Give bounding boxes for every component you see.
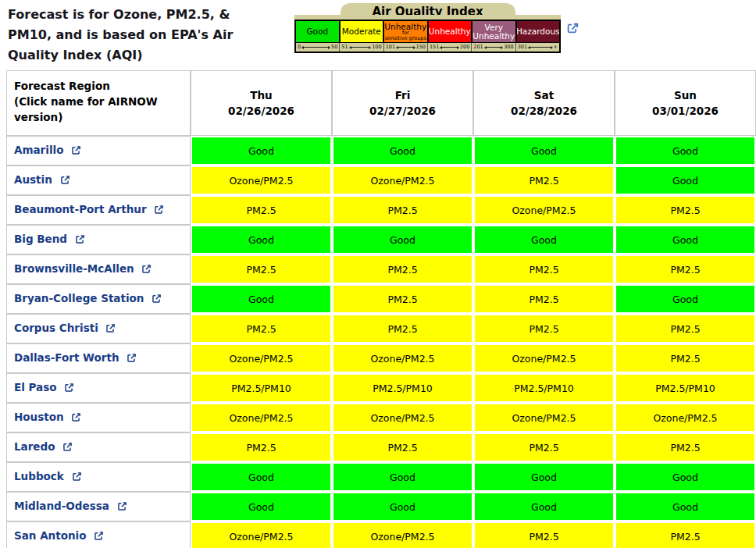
forecast-cell-good: Good <box>191 462 332 492</box>
aqi-range-max: 150 <box>416 44 426 50</box>
aqi-range-arrow <box>440 47 458 48</box>
region-cell: San Antonio <box>6 521 191 548</box>
forecast-cell-moderate: Ozone/PM2.5 <box>191 521 332 548</box>
region-column-header-line: Forecast Region <box>14 78 187 94</box>
region-link[interactable]: Dallas-Fort Worth <box>14 351 119 364</box>
forecast-cell-moderate: PM2.5 <box>473 432 615 462</box>
external-link-icon[interactable] <box>566 22 579 35</box>
column-header-thu: Thu 02/26/2026 <box>191 70 332 136</box>
region-link[interactable]: Lubbock <box>14 470 64 482</box>
forecast-cell-good: Good <box>615 284 756 314</box>
aqi-legend-graphic: Air Quality Index Good Moderate Unhealth… <box>294 3 561 53</box>
forecast-cell-moderate: PM2.5 <box>191 195 332 225</box>
external-link-icon[interactable] <box>56 175 70 187</box>
region-link[interactable]: Beaumont-Port Arthur <box>14 203 147 215</box>
external-link-icon[interactable] <box>68 412 82 425</box>
forecast-cell-moderate: PM2.5 <box>191 314 332 343</box>
aqi-range-max: 50 <box>331 44 337 50</box>
aqi-range-min: 301 <box>518 44 527 50</box>
forecast-cell-good: Good <box>473 225 615 254</box>
aqi-scale-segment-good: 050 <box>296 43 339 52</box>
external-link-icon[interactable] <box>59 442 73 454</box>
forecast-cell-good: Good <box>332 462 473 492</box>
aqi-category-moderate: Moderate <box>339 21 383 42</box>
forecast-cell-moderate: PM2.5 <box>191 432 332 462</box>
table-row-austin: Austin Ozone/PM2.5Ozone/PM2.5PM2.5Good <box>6 165 756 195</box>
region-link[interactable]: Corpus Christi <box>14 322 98 334</box>
table-header-row: Forecast Region (Click name for AIRNOW v… <box>6 70 756 136</box>
external-link-icon[interactable] <box>67 145 81 158</box>
region-link[interactable]: Brownsville-McAllen <box>14 262 134 275</box>
region-link[interactable]: Laredo <box>14 440 55 453</box>
aqi-range-max: 200 <box>460 44 469 50</box>
region-link[interactable]: El Paso <box>14 381 57 393</box>
table-row-big-bend: Big Bend GoodGoodGoodGood <box>6 225 756 254</box>
forecast-cell-good: Good <box>332 225 473 254</box>
external-link-icon[interactable] <box>61 383 75 395</box>
page-title: Forecast is for Ozone, PM2.5, & PM10, an… <box>8 5 297 66</box>
forecast-cell-moderate: Ozone/PM2.5 <box>332 165 473 195</box>
aqi-range-min: 51 <box>341 44 348 50</box>
forecast-cell-moderate: PM2.5 <box>615 343 756 373</box>
forecast-cell-good: Good <box>191 284 332 314</box>
external-link-icon[interactable] <box>90 531 104 543</box>
table-row-midland-odessa: Midland-Odessa GoodGoodGoodGood <box>6 492 756 521</box>
region-cell: Houston <box>6 403 191 432</box>
forecast-cell-good: Good <box>615 462 756 492</box>
forecast-cell-moderate: Ozone/PM2.5 <box>191 343 332 373</box>
region-link[interactable]: San Antonio <box>14 529 86 542</box>
aqi-range-max: 100 <box>372 44 381 50</box>
forecast-cell-moderate: PM2.5 <box>615 314 756 343</box>
forecast-cell-moderate: PM2.5 <box>615 254 756 284</box>
forecast-cell-moderate: Ozone/PM2.5 <box>473 403 615 432</box>
forecast-cell-moderate: Ozone/PM2.5 <box>332 521 473 548</box>
aqi-category-hazardous: Hazardous <box>515 21 560 42</box>
external-link-icon[interactable] <box>102 323 116 336</box>
external-link-icon[interactable] <box>151 205 165 217</box>
region-link[interactable]: Houston <box>14 411 64 423</box>
forecast-cell-moderate: PM2.5 <box>615 432 756 462</box>
external-link-icon[interactable] <box>148 294 162 306</box>
aqi-range-min: 201 <box>473 44 483 50</box>
external-link-icon[interactable] <box>123 353 137 365</box>
external-link-icon[interactable] <box>68 471 82 484</box>
aqi-range-min: 0 <box>298 44 301 50</box>
forecast-cell-good: Good <box>473 462 615 492</box>
forecast-cell-moderate: PM2.5 <box>332 284 473 314</box>
external-link-icon[interactable] <box>71 234 85 247</box>
region-cell: Big Bend <box>6 225 191 254</box>
forecast-cell-moderate: PM2.5 <box>473 521 615 548</box>
forecast-cell-moderate: PM2.5 <box>332 432 473 462</box>
aqi-legend-titlebar: Air Quality Index <box>294 3 561 20</box>
region-link[interactable]: Amarillo <box>14 144 63 156</box>
aqi-category-unhealthy: Unhealthy <box>427 21 472 42</box>
region-link[interactable]: Big Bend <box>14 233 67 245</box>
region-cell: Bryan-College Station <box>6 284 191 314</box>
table-row-laredo: Laredo PM2.5PM2.5PM2.5PM2.5 <box>6 432 756 462</box>
forecast-cell-moderate: PM2.5 <box>615 195 756 225</box>
table-row-bryan-college-station: Bryan-College Station GoodPM2.5PM2.5Good <box>6 284 756 314</box>
external-link-icon[interactable] <box>138 264 152 276</box>
forecast-cell-moderate: Ozone/PM2.5 <box>332 403 473 432</box>
region-cell: Midland-Odessa <box>6 492 191 521</box>
table-row-amarillo: Amarillo GoodGoodGoodGood <box>6 136 756 165</box>
table-row-corpus-christi: Corpus Christi PM2.5PM2.5PM2.5PM2.5 <box>6 314 756 343</box>
forecast-cell-moderate: PM2.5 <box>332 195 473 225</box>
region-cell: El Paso <box>6 373 191 403</box>
region-link[interactable]: Midland-Odessa <box>14 500 109 512</box>
region-link[interactable]: Bryan-College Station <box>14 292 144 304</box>
forecast-cell-moderate: PM2.5 <box>473 314 615 343</box>
column-header-sat: Sat 02/28/2026 <box>473 70 615 136</box>
region-cell: Austin <box>6 165 191 195</box>
aqi-category-label: Moderate <box>342 27 381 36</box>
forecast-cell-good: Good <box>332 136 473 165</box>
region-link[interactable]: Austin <box>14 173 52 186</box>
aqi-categories: Good Moderate Unhealthy forsensitive gro… <box>296 21 559 42</box>
forecast-cell-good: Good <box>191 225 332 254</box>
forecast-cell-good: Good <box>615 492 756 521</box>
forecast-cell-moderate: Ozone/PM2.5 <box>191 165 332 195</box>
forecast-cell-moderate: Ozone/PM2.5 <box>615 403 756 432</box>
external-link-icon[interactable] <box>113 501 127 514</box>
table-row-brownsville-mcallen: Brownsville-McAllen PM2.5PM2.5PM2.5PM2.5 <box>6 254 756 284</box>
forecast-cell-moderate: PM2.5 <box>473 254 615 284</box>
